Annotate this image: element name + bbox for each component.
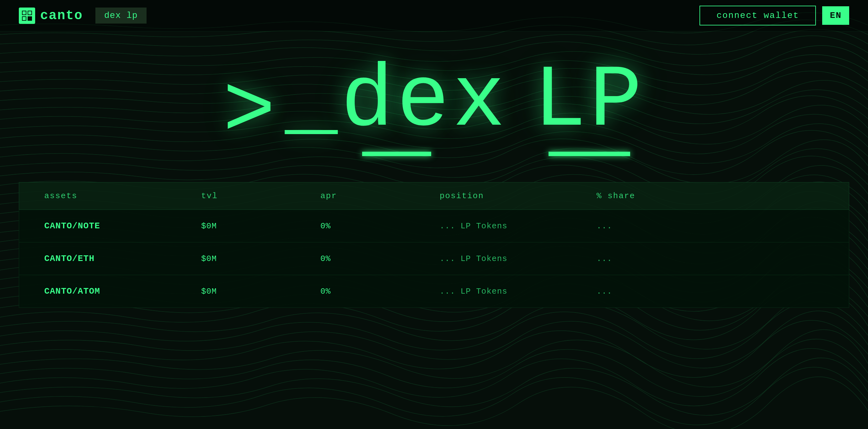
row-3-apr: 0%: [320, 286, 440, 296]
row-2-apr: 0%: [320, 254, 440, 263]
svg-rect-6: [23, 17, 26, 20]
row-2-position: ... LP Tokens: [440, 254, 596, 263]
hero-lp-label: LP: [533, 57, 645, 145]
row-3-share: ...: [596, 286, 691, 296]
connect-wallet-button[interactable]: connect wallet: [700, 6, 816, 25]
hero-dex-label: _dex: [285, 57, 508, 145]
row-2-tvl: $0M: [201, 254, 320, 263]
header-right: connect wallet EN: [700, 6, 849, 25]
nav-dex-lp[interactable]: dex lp: [95, 7, 147, 24]
col-header-position: position: [440, 191, 596, 201]
lp-table-section: assets tvl apr position % share CANTO/NO…: [19, 182, 849, 308]
hero-underline-dex: [362, 152, 431, 156]
logo-icon: [19, 7, 35, 24]
svg-rect-4: [23, 11, 26, 15]
hero-prompt: >: [223, 68, 279, 156]
header: canto dex lp connect wallet EN: [0, 0, 868, 31]
row-3-asset: CANTO/ATOM: [44, 286, 201, 296]
col-header-apr: apr: [320, 191, 440, 201]
hero-lp-group: LP: [533, 57, 645, 156]
row-2-asset: CANTO/ETH: [44, 254, 201, 263]
language-button[interactable]: EN: [822, 6, 849, 25]
row-1-apr: 0%: [320, 221, 440, 231]
row-1-position: ... LP Tokens: [440, 221, 596, 231]
logo: canto: [19, 7, 83, 24]
row-2-share: ...: [596, 254, 691, 263]
row-1-share: ...: [596, 221, 691, 231]
header-left: canto dex lp: [19, 7, 147, 24]
hero-underline-lp: [549, 152, 630, 156]
table-header: assets tvl apr position % share: [19, 182, 849, 210]
col-header-share: % share: [596, 191, 691, 201]
hero-dex-group: _dex: [285, 57, 508, 156]
col-header-tvl: tvl: [201, 191, 320, 201]
row-3-position: ... LP Tokens: [440, 286, 596, 296]
table-row[interactable]: CANTO/ATOM $0M 0% ... LP Tokens ...: [19, 275, 849, 308]
svg-rect-5: [28, 11, 31, 15]
table-row[interactable]: CANTO/ETH $0M 0% ... LP Tokens ...: [19, 242, 849, 275]
row-3-tvl: $0M: [201, 286, 320, 296]
table-row[interactable]: CANTO/NOTE $0M 0% ... LP Tokens ...: [19, 210, 849, 242]
app-name: canto: [40, 8, 83, 23]
hero-title: >_dexLP: [223, 57, 645, 156]
col-header-assets: assets: [44, 191, 201, 201]
row-1-asset: CANTO/NOTE: [44, 221, 201, 231]
svg-rect-7: [28, 17, 31, 20]
row-1-tvl: $0M: [201, 221, 320, 231]
hero-section: >_dexLP: [0, 31, 868, 182]
